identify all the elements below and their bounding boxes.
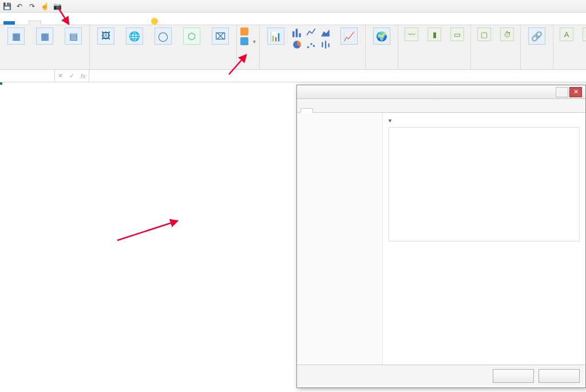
timeline-icon: ⏱: [500, 27, 514, 41]
touch-icon[interactable]: ☝: [40, 2, 49, 11]
hyperlink-button[interactable]: 🔗: [524, 27, 549, 46]
dialog-tabs: [297, 99, 585, 113]
tab-home[interactable]: [16, 21, 27, 25]
pivot-table-button[interactable]: ▦: [3, 27, 29, 46]
line-chart-icon[interactable]: [306, 27, 316, 38]
group-illustrations: 🖼 🌐 ◯ ⬡ ⌧: [90, 25, 237, 69]
slicer-button[interactable]: ▢: [474, 27, 494, 42]
tab-view[interactable]: [93, 21, 104, 25]
headerfooter-button[interactable]: ▣: [580, 27, 586, 42]
insert-chart-dialog: ✕: [296, 85, 586, 388]
store-icon: [240, 27, 248, 35]
bulb-icon: [151, 18, 158, 25]
undo-icon[interactable]: ↶: [15, 2, 24, 11]
group-tables: ▦ ▦ ▤: [0, 25, 90, 69]
svg-rect-1: [296, 29, 298, 37]
smartart-button[interactable]: ⬡: [179, 27, 204, 46]
tab-review[interactable]: [80, 21, 92, 25]
tab-all-charts[interactable]: [313, 108, 326, 112]
shapes-icon: ◯: [155, 27, 172, 45]
bar-chart-icon[interactable]: [292, 27, 302, 38]
camera-icon[interactable]: 📷: [53, 2, 62, 11]
store-button[interactable]: [240, 27, 256, 35]
tell-me[interactable]: [151, 18, 160, 25]
shapes-button[interactable]: ◯: [151, 27, 176, 46]
tab-baidu[interactable]: [130, 21, 142, 25]
tab-layout[interactable]: [42, 21, 54, 25]
table-button[interactable]: ▤: [61, 27, 86, 46]
sparkline-line-button[interactable]: 〰: [402, 27, 421, 42]
chart-svg: [393, 133, 576, 225]
pivot-chart-icon: 📈: [340, 27, 358, 45]
tab-data[interactable]: [68, 21, 79, 25]
svg-rect-2: [299, 33, 300, 37]
rec-pivot-button[interactable]: ▦: [32, 27, 57, 46]
cancel-icon[interactable]: ✕: [58, 72, 63, 80]
spark-col-icon: ▮: [427, 27, 441, 41]
save-icon[interactable]: 💾: [2, 2, 11, 11]
addins-icon: [240, 37, 248, 45]
chart-thumbnails[interactable]: [297, 113, 383, 365]
stock-chart-icon[interactable]: [320, 39, 331, 50]
chart-preview: [389, 127, 580, 241]
ok-button[interactable]: [493, 369, 534, 383]
tab-powerpivot[interactable]: [118, 21, 129, 25]
map3d-button[interactable]: 🌍: [369, 27, 394, 46]
pivot-chart-button[interactable]: 📈: [336, 27, 362, 46]
scatter-chart-icon[interactable]: [306, 39, 316, 50]
sparkline-col-button[interactable]: ▮: [425, 27, 444, 42]
timeline-button[interactable]: ⏱: [497, 27, 517, 42]
rec-charts-icon: 📊: [267, 27, 284, 45]
enter-icon[interactable]: ✓: [69, 72, 74, 80]
svg-point-5: [307, 46, 309, 48]
ribbon: ▦ ▦ ▤ 🖼 🌐 ◯ ⬡ ⌧ ▾ 📊: [0, 25, 586, 70]
svg-rect-0: [292, 31, 294, 37]
cancel-button[interactable]: [539, 369, 580, 383]
selection-border: [0, 82, 2, 85]
name-box[interactable]: [0, 70, 55, 82]
group-charts: 📊 📈: [260, 25, 366, 69]
chart-preview-pane: [383, 113, 585, 365]
table-icon: ▤: [65, 27, 82, 45]
svg-point-6: [310, 43, 312, 45]
tab-recommended[interactable]: [300, 108, 313, 113]
area-chart-icon[interactable]: [320, 27, 331, 38]
picture-button[interactable]: 🖼: [93, 27, 118, 46]
title-bar: 💾 ↶ ↷ ☝ 📷: [0, 0, 586, 13]
smartart-icon: ⬡: [183, 27, 200, 45]
redo-icon[interactable]: ↷: [27, 2, 37, 11]
tab-developer[interactable]: [105, 21, 117, 25]
annotation-arrow-3: [114, 217, 183, 246]
tab-file[interactable]: [3, 21, 15, 25]
slicer-icon: ▢: [477, 27, 491, 41]
group-addins: ▾: [237, 25, 260, 69]
link-icon: 🔗: [528, 27, 545, 45]
globe-icon: 🌍: [373, 27, 390, 45]
preview-heading: [389, 117, 580, 124]
group-sparklines: 〰 ▮ ▭: [398, 25, 471, 69]
pie-chart-icon[interactable]: [292, 39, 302, 50]
pivot-icon: ▦: [7, 27, 25, 45]
dialog-titlebar[interactable]: ✕: [297, 85, 585, 99]
tab-formulas[interactable]: [55, 21, 66, 25]
sparkline-wl-button[interactable]: ▭: [448, 27, 467, 42]
svg-marker-3: [321, 29, 330, 36]
textbox-button[interactable]: A: [557, 27, 576, 42]
hf-icon: ▣: [583, 27, 586, 41]
screenshot-button[interactable]: ⌧: [208, 27, 233, 46]
spark-line-icon: 〰: [405, 27, 418, 41]
ribbon-tabs: [0, 13, 586, 25]
svg-rect-9: [325, 41, 326, 49]
fx-icon[interactable]: fx: [81, 73, 86, 80]
rec-pivot-icon: ▦: [36, 27, 53, 45]
screenshot-icon: ⌧: [212, 27, 229, 45]
rec-charts-button[interactable]: 📊: [263, 27, 288, 46]
my-addins-button[interactable]: ▾: [240, 37, 256, 45]
tab-insert[interactable]: [29, 21, 41, 25]
spark-wl-icon: ▭: [450, 27, 464, 41]
quick-access-toolbar: 💾 ↶ ↷ ☝ 📷: [2, 2, 62, 11]
help-button[interactable]: [556, 87, 568, 97]
svg-rect-10: [328, 43, 330, 47]
close-button[interactable]: ✕: [569, 87, 582, 97]
online-pic-button[interactable]: 🌐: [122, 27, 147, 46]
